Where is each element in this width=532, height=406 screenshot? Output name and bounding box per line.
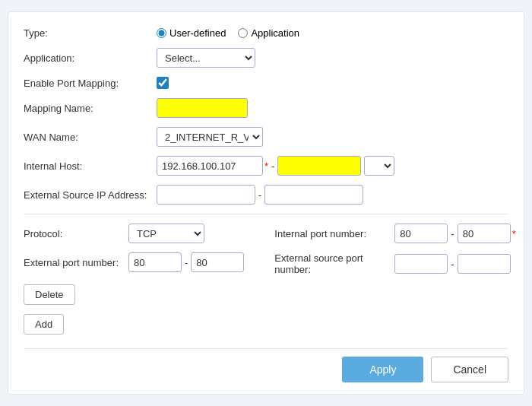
external-source-port-row: External source port number: - xyxy=(274,252,515,275)
internal-host-range-input[interactable] xyxy=(277,156,361,176)
application-label: Application: xyxy=(24,52,157,64)
internal-host-row: Internal Host: 192.168.100.107 * - xyxy=(24,156,508,176)
external-source-port-start-input[interactable] xyxy=(394,254,448,274)
internal-port-label: Internal port number: xyxy=(274,228,388,239)
application-radio[interactable] xyxy=(238,28,248,38)
external-source-ip-end-input[interactable] xyxy=(264,185,363,205)
internal-port-row: Internal port number: - * xyxy=(274,224,515,243)
wan-name-row: WAN Name: 2_INTERNET_R_V xyxy=(24,127,508,147)
mapping-name-row: Mapping Name: xyxy=(24,98,508,118)
application-text: Application xyxy=(251,27,299,39)
mapping-name-label: Mapping Name: xyxy=(24,103,157,114)
wan-name-select[interactable]: 2_INTERNET_R_V xyxy=(157,127,263,147)
user-defined-radio[interactable] xyxy=(157,28,166,38)
bottom-actions: Apply Cancel xyxy=(24,348,508,382)
internal-port-required: * xyxy=(512,228,516,239)
mapping-name-input[interactable] xyxy=(157,98,248,118)
external-port-label: External port number: xyxy=(24,257,122,268)
enable-port-mapping-row: Enable Port Mapping: xyxy=(24,77,508,89)
external-port-start-input[interactable] xyxy=(128,252,182,272)
cancel-button[interactable]: Cancel xyxy=(431,357,508,382)
section-divider xyxy=(24,214,508,214)
external-source-ip-label: External Source IP Address: xyxy=(24,189,157,201)
protocol-row: Protocol: TCP UDP Both xyxy=(24,224,244,243)
external-source-port-end-input[interactable] xyxy=(458,254,511,274)
user-defined-text: User-defined xyxy=(169,27,226,39)
application-row: Application: Select... xyxy=(24,48,508,68)
internal-host-ip-input[interactable]: 192.168.100.107 xyxy=(157,156,263,176)
enable-port-mapping-checkbox[interactable] xyxy=(157,77,169,89)
internal-port-end-input[interactable] xyxy=(458,224,511,243)
protocol-left: Protocol: TCP UDP Both External port num… xyxy=(24,224,244,272)
internal-port-start-input[interactable] xyxy=(394,224,448,243)
internal-host-required: * xyxy=(264,160,268,172)
external-source-ip-row: External Source IP Address: - xyxy=(24,185,508,205)
external-port-row: External port number: - xyxy=(24,252,244,272)
external-source-port-label: External source port number: xyxy=(274,252,388,275)
add-button[interactable]: Add xyxy=(24,314,64,335)
enable-port-mapping-label: Enable Port Mapping: xyxy=(24,78,157,89)
protocol-label: Protocol: xyxy=(24,228,122,239)
delete-row: Delete xyxy=(24,284,508,305)
type-label: Type: xyxy=(24,27,157,39)
internal-host-label: Internal Host: xyxy=(24,160,157,172)
application-select[interactable]: Select... xyxy=(157,48,255,68)
user-defined-radio-label[interactable]: User-defined xyxy=(157,27,226,39)
protocol-select[interactable]: TCP UDP Both xyxy=(128,224,204,243)
external-port-end-input[interactable] xyxy=(191,252,244,272)
application-radio-label[interactable]: Application xyxy=(238,27,299,39)
add-row: Add xyxy=(24,311,508,335)
protocol-right: Internal port number: - * External sourc… xyxy=(274,224,515,275)
wan-name-label: WAN Name: xyxy=(24,132,157,143)
apply-button[interactable]: Apply xyxy=(342,357,423,382)
external-source-ip-start-input[interactable] xyxy=(157,185,255,205)
type-radio-group: User-defined Application xyxy=(157,27,299,39)
delete-button[interactable]: Delete xyxy=(24,284,75,305)
type-row: Type: User-defined Application xyxy=(24,27,508,39)
internal-host-dropdown[interactable] xyxy=(364,156,394,176)
protocol-section: Protocol: TCP UDP Both External port num… xyxy=(24,224,508,275)
form-section: Type: User-defined Application Applicati… xyxy=(24,27,508,305)
main-container: Type: User-defined Application Applicati… xyxy=(8,11,524,395)
